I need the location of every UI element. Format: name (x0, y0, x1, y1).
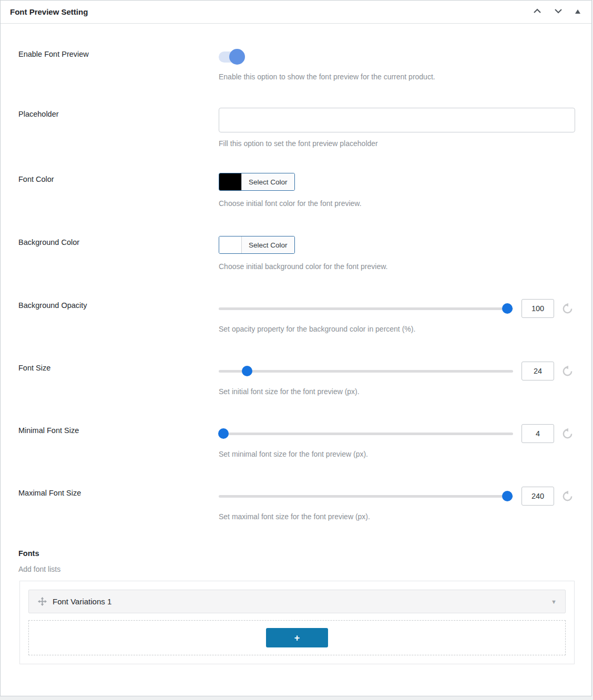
row-font-color: Font Color Select Color Choose initial f… (18, 173, 574, 208)
slider-track (219, 307, 513, 310)
collapse-toggle-button[interactable] (574, 7, 582, 17)
panel-title: Font Preview Setting (10, 7, 88, 16)
font-variation-title: Font Variations 1 (53, 597, 551, 606)
panel-header-controls (531, 6, 582, 17)
font-color-button-label: Select Color (241, 173, 294, 190)
row-font-size: Font Size Set initial font size for the … (18, 362, 574, 396)
slider-track (219, 433, 513, 435)
triangle-up-icon (575, 8, 581, 16)
slider-track (219, 495, 513, 498)
row-max-font-size: Maximal Font Size Set maximal font size … (18, 487, 574, 521)
chevron-down-icon (554, 7, 563, 16)
max-font-size-description: Set maximal font size for the font previ… (219, 512, 574, 521)
max-font-size-slider[interactable] (219, 490, 513, 502)
max-font-size-slider-thumb[interactable] (502, 491, 513, 501)
min-font-size-description: Set minimal font size for the font previ… (219, 450, 574, 458)
min-font-size-reset-button[interactable] (561, 428, 574, 440)
font-preview-setting-panel: Font Preview Setting Enable Font Prev (0, 0, 592, 696)
max-font-size-value-input[interactable] (522, 487, 554, 506)
row-enable-font-preview: Enable Font Preview Enable this option t… (18, 48, 574, 81)
fonts-subheading: Add font lists (18, 565, 574, 573)
font-color-description: Choose initial font color for the font p… (219, 199, 574, 208)
background-color-description: Choose initial background color for the … (219, 262, 574, 271)
row-placeholder: Placeholder Fill this option to set the … (18, 108, 574, 148)
min-font-size-slider[interactable] (219, 427, 513, 440)
panel-header: Font Preview Setting (1, 1, 591, 24)
panel-content: Enable Font Preview Enable this option t… (1, 24, 591, 664)
enable-font-preview-toggle[interactable] (219, 48, 245, 66)
fonts-heading: Fonts (18, 549, 574, 558)
row-background-opacity: Background Opacity Set opacity property … (18, 299, 574, 333)
font-color-picker-button[interactable]: Select Color (219, 173, 295, 191)
background-color-label: Background Color (18, 236, 219, 246)
add-font-variation-button[interactable]: + (266, 628, 328, 647)
row-min-font-size: Minimal Font Size Set minimal font size … (18, 424, 574, 458)
font-size-description: Set initial font size for the font previ… (219, 387, 574, 396)
drag-handle-icon[interactable] (37, 596, 47, 606)
row-background-color: Background Color Select Color Choose ini… (18, 236, 574, 271)
move-up-button[interactable] (531, 6, 543, 17)
font-size-value-input[interactable] (522, 362, 554, 380)
fonts-repeater-box: Font Variations 1 ▼ + (19, 581, 575, 664)
background-opacity-label: Background Opacity (18, 299, 219, 310)
font-color-label: Font Color (18, 173, 219, 183)
max-font-size-reset-button[interactable] (561, 490, 574, 502)
enable-font-preview-description: Enable this option to show the font prev… (219, 73, 574, 81)
font-size-label: Font Size (18, 362, 219, 372)
font-size-slider[interactable] (219, 365, 513, 377)
font-variation-accordion-header[interactable]: Font Variations 1 ▼ (28, 590, 566, 613)
enable-font-preview-label: Enable Font Preview (18, 48, 219, 58)
toggle-thumb (229, 49, 245, 65)
background-opacity-slider-thumb[interactable] (502, 303, 513, 314)
font-size-reset-button[interactable] (561, 365, 574, 377)
background-opacity-value-input[interactable] (522, 299, 554, 318)
background-color-swatch (219, 236, 241, 253)
background-color-picker-button[interactable]: Select Color (219, 236, 295, 254)
max-font-size-label: Maximal Font Size (18, 487, 219, 497)
min-font-size-value-input[interactable] (522, 424, 554, 443)
placeholder-input[interactable] (219, 108, 575, 132)
reset-icon (561, 434, 574, 441)
min-font-size-label: Minimal Font Size (18, 424, 219, 435)
chevron-up-icon (533, 7, 542, 16)
add-font-drop-area: + (28, 620, 566, 655)
background-color-button-label: Select Color (241, 236, 294, 253)
font-color-swatch (219, 173, 241, 190)
caret-down-icon: ▼ (551, 599, 557, 605)
min-font-size-slider-thumb[interactable] (218, 428, 229, 439)
placeholder-label: Placeholder (18, 108, 219, 118)
background-opacity-slider[interactable] (219, 302, 513, 315)
placeholder-description: Fill this option to set the font preview… (219, 139, 574, 148)
font-size-slider-thumb[interactable] (242, 366, 252, 376)
slider-track (219, 370, 513, 373)
reset-icon (561, 496, 574, 504)
background-opacity-reset-button[interactable] (561, 303, 574, 315)
reset-icon (561, 308, 574, 316)
background-opacity-description: Set opacity property for the background … (219, 325, 574, 333)
move-down-button[interactable] (553, 6, 564, 17)
reset-icon (561, 371, 574, 379)
